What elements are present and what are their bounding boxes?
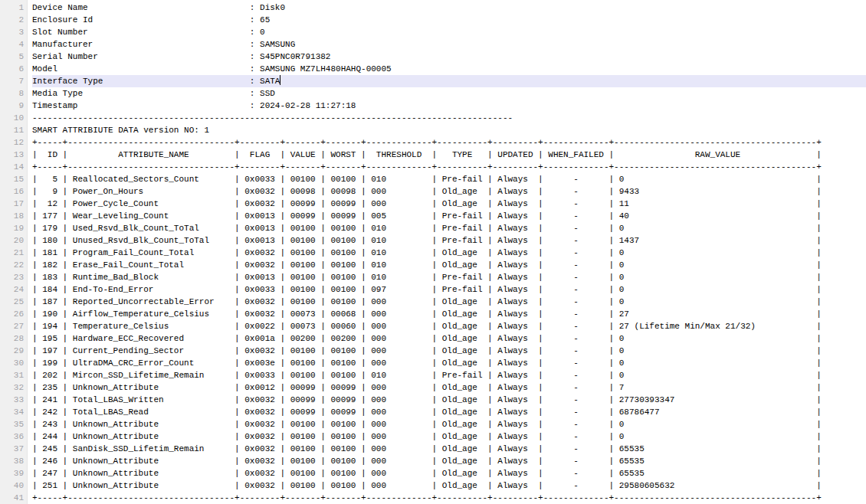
- line-text: | 194 | Temperature_Celsius | 0x0022 | 0…: [32, 320, 866, 332]
- editor-line[interactable]: 3Slot Number : 0: [0, 26, 866, 38]
- editor-line[interactable]: 30| 199 | UltraDMA_CRC_Error_Count | 0x0…: [0, 357, 866, 369]
- line-number: 7: [0, 75, 24, 87]
- editor-line[interactable]: 21| 181 | Program_Fail_Count_Total | 0x0…: [0, 247, 866, 259]
- line-number: 19: [0, 222, 24, 234]
- editor-line[interactable]: 13| ID | ATTRIBUTE_NAME | FLAG | VALUE |…: [0, 149, 866, 161]
- editor-line[interactable]: 12+-----+-------------------------------…: [0, 136, 866, 149]
- editor-line[interactable]: 2Enclosure Id : 65: [0, 14, 866, 26]
- editor-line[interactable]: 24| 184 | End-To-End_Error | 0x0033 | 00…: [0, 283, 866, 296]
- line-text: ----------------------------------------…: [32, 112, 866, 124]
- line-text: | 235 | Unknown_Attribute | 0x0012 | 000…: [32, 381, 866, 394]
- line-text: | 179 | Used_Rsvd_Blk_Count_ToTal | 0x00…: [32, 222, 866, 234]
- editor-line[interactable]: 41+-----+-------------------------------…: [0, 492, 866, 504]
- editor-line[interactable]: 25| 187 | Reported_Uncorrectable_Error |…: [0, 296, 866, 308]
- editor-line[interactable]: 17| 12 | Power_Cycle_Count | 0x0032 | 00…: [0, 198, 866, 210]
- line-text: +-----+---------------------------------…: [32, 136, 866, 149]
- editor-line[interactable]: 34| 242 | Total_LBAS_Read | 0x0032 | 000…: [0, 406, 866, 418]
- line-text: | 247 | Unknown_Attribute | 0x0032 | 001…: [32, 467, 866, 479]
- line-number: 20: [0, 234, 24, 247]
- active-line-text: Interface Type : SATA: [32, 75, 866, 87]
- line-number: 36: [0, 430, 24, 443]
- editor-line[interactable]: 5Serial Number : S45PNC0R791382: [0, 51, 866, 63]
- line-number: 37: [0, 443, 24, 455]
- editor-line[interactable]: 36| 244 | Unknown_Attribute | 0x0032 | 0…: [0, 430, 866, 443]
- line-text: | 181 | Program_Fail_Count_Total | 0x003…: [32, 247, 866, 259]
- line-text: Manufacturer : SAMSUNG: [32, 38, 866, 51]
- line-number: 10: [0, 112, 24, 124]
- line-text: Device Name : Disk0: [32, 2, 866, 14]
- editor-line[interactable]: 6Model : SAMSUNG MZ7LH480HAHQ-00005: [0, 63, 866, 75]
- line-text: +-----+---------------------------------…: [32, 492, 866, 504]
- line-number: 23: [0, 271, 24, 283]
- editor-line[interactable]: 9Timestamp : 2024-02-28 11:27:18: [0, 100, 866, 112]
- editor-line[interactable]: 18| 177 | Wear_Leveling_Count | 0x0013 |…: [0, 210, 866, 222]
- line-number: 33: [0, 394, 24, 406]
- line-text: Serial Number : S45PNC0R791382: [32, 51, 866, 63]
- line-text: Model : SAMSUNG MZ7LH480HAHQ-00005: [32, 63, 866, 75]
- editor-line[interactable]: 40| 251 | Unknown_Attribute | 0x0032 | 0…: [0, 479, 866, 492]
- line-text: | 242 | Total_LBAS_Read | 0x0032 | 00099…: [32, 406, 866, 418]
- line-number: 11: [0, 124, 24, 136]
- text-editor[interactable]: 1Device Name : Disk02Enclosure Id : 653S…: [0, 0, 866, 504]
- line-number: 12: [0, 136, 24, 149]
- editor-line[interactable]: 39| 247 | Unknown_Attribute | 0x0032 | 0…: [0, 467, 866, 479]
- line-number: 28: [0, 332, 24, 345]
- editor-line[interactable]: 37| 245 | SanDisk_SSD_Lifetim_Remain | 0…: [0, 443, 866, 455]
- editor-line[interactable]: 22| 182 | Erase_Fail_Count_Total | 0x003…: [0, 259, 866, 271]
- editor-line[interactable]: 10--------------------------------------…: [0, 112, 866, 124]
- line-number: 22: [0, 259, 24, 271]
- editor-line[interactable]: 4Manufacturer : SAMSUNG: [0, 38, 866, 51]
- line-text: | 243 | Unknown_Attribute | 0x0032 | 001…: [32, 418, 866, 430]
- line-number: 15: [0, 173, 24, 185]
- line-text: | 9 | Power_On_Hours | 0x0032 | 00098 | …: [32, 185, 866, 198]
- line-number: 41: [0, 492, 24, 504]
- line-number: 1: [0, 2, 24, 14]
- editor-line[interactable]: 8Media Type : SSD: [0, 87, 866, 100]
- editor-line[interactable]: 26| 190 | Airflow_Temperature_Celsius | …: [0, 308, 866, 320]
- line-text: | 195 | Hardware_ECC_Recovered | 0x001a …: [32, 332, 866, 345]
- line-number: 4: [0, 38, 24, 51]
- editor-line[interactable]: 16| 9 | Power_On_Hours | 0x0032 | 00098 …: [0, 185, 866, 198]
- editor-line[interactable]: 29| 197 | Current_Pending_Sector | 0x003…: [0, 345, 866, 357]
- line-number: 40: [0, 479, 24, 492]
- editor-line[interactable]: 27| 194 | Temperature_Celsius | 0x0022 |…: [0, 320, 866, 332]
- editor-line[interactable]: 33| 241 | Total_LBAS_Written | 0x0032 | …: [0, 394, 866, 406]
- line-number: 30: [0, 357, 24, 369]
- editor-line[interactable]: 1Device Name : Disk0: [0, 2, 866, 14]
- editor-line[interactable]: 11SMART ATTRIBIUTE DATA version NO: 1: [0, 124, 866, 136]
- line-text: | 244 | Unknown_Attribute | 0x0032 | 001…: [32, 430, 866, 443]
- editor-line[interactable]: 14+-----+-------------------------------…: [0, 161, 866, 173]
- line-text: SMART ATTRIBIUTE DATA version NO: 1: [32, 124, 866, 136]
- editor-line[interactable]: 23| 183 | Runtime_Bad_Block | 0x0013 | 0…: [0, 271, 866, 283]
- editor-line[interactable]: 15| 5 | Reallocated_Sectors_Count | 0x00…: [0, 173, 866, 185]
- line-text: | 177 | Wear_Leveling_Count | 0x0013 | 0…: [32, 210, 866, 222]
- line-number: 24: [0, 283, 24, 296]
- line-text: | 183 | Runtime_Bad_Block | 0x0013 | 001…: [32, 271, 866, 283]
- editor-line[interactable]: 20| 180 | Unused_Rsvd_Blk_Count_ToTal | …: [0, 234, 866, 247]
- line-number: 14: [0, 161, 24, 173]
- line-text: | 182 | Erase_Fail_Count_Total | 0x0032 …: [32, 259, 866, 271]
- line-number: 32: [0, 381, 24, 394]
- line-number: 35: [0, 418, 24, 430]
- line-text: | 180 | Unused_Rsvd_Blk_Count_ToTal | 0x…: [32, 234, 866, 247]
- line-number: 5: [0, 51, 24, 63]
- editor-line[interactable]: 19| 179 | Used_Rsvd_Blk_Count_ToTal | 0x…: [0, 222, 866, 234]
- editor-line[interactable]: 28| 195 | Hardware_ECC_Recovered | 0x001…: [0, 332, 866, 345]
- line-number: 6: [0, 63, 24, 75]
- line-number: 34: [0, 406, 24, 418]
- editor-line[interactable]: 32| 235 | Unknown_Attribute | 0x0012 | 0…: [0, 381, 866, 394]
- editor-line[interactable]: 7Interface Type : SATA: [0, 75, 866, 87]
- line-text: | 245 | SanDisk_SSD_Lifetim_Remain | 0x0…: [32, 443, 866, 455]
- editor-line[interactable]: 35| 243 | Unknown_Attribute | 0x0032 | 0…: [0, 418, 866, 430]
- line-number: 27: [0, 320, 24, 332]
- line-text: | ID | ATTRIBUTE_NAME | FLAG | VALUE | W…: [32, 149, 866, 161]
- line-number: 13: [0, 149, 24, 161]
- line-number: 26: [0, 308, 24, 320]
- editor-content[interactable]: 1Device Name : Disk02Enclosure Id : 653S…: [0, 2, 866, 504]
- line-number: 16: [0, 185, 24, 198]
- line-number: 2: [0, 14, 24, 26]
- line-text: Media Type : SSD: [32, 87, 866, 100]
- editor-line[interactable]: 31| 202 | Mircon_SSD_Lifetime_Remain | 0…: [0, 369, 866, 381]
- editor-line[interactable]: 38| 246 | Unknown_Attribute | 0x0032 | 0…: [0, 455, 866, 467]
- line-text: | 197 | Current_Pending_Sector | 0x0032 …: [32, 345, 866, 357]
